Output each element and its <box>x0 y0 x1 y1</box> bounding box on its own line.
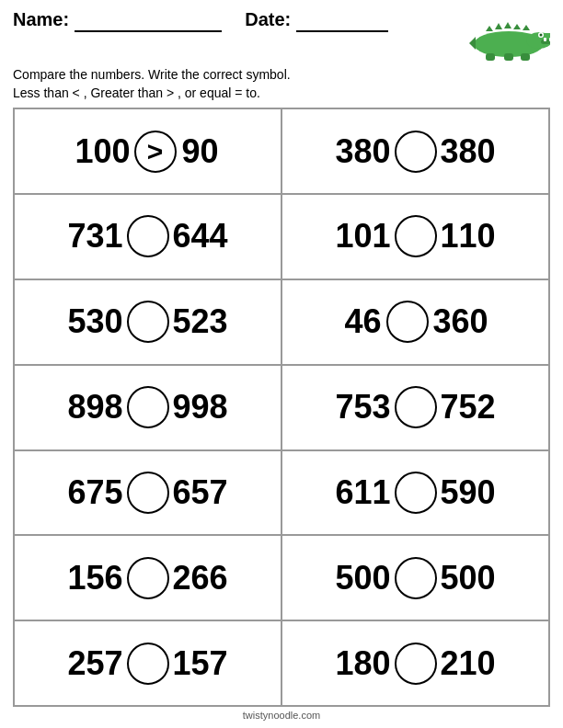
svg-point-8 <box>540 34 543 37</box>
svg-marker-9 <box>486 26 493 31</box>
alligator-icon <box>467 9 550 64</box>
symbol-circle[interactable] <box>395 472 437 514</box>
svg-rect-17 <box>504 53 513 61</box>
svg-marker-10 <box>495 23 502 29</box>
right-number: 523 <box>173 302 228 341</box>
date-label: Date: <box>245 9 291 29</box>
table-row: 46360 <box>282 280 550 366</box>
right-number: 500 <box>441 559 496 597</box>
table-row: 753752 <box>282 366 550 451</box>
symbol-circle[interactable] <box>395 557 437 599</box>
svg-marker-11 <box>504 22 511 28</box>
table-row: 898998 <box>15 366 282 451</box>
left-number: 898 <box>67 388 122 427</box>
symbol-circle[interactable] <box>395 215 437 257</box>
table-row: 101110 <box>282 195 550 280</box>
right-number: 380 <box>441 132 496 171</box>
left-number: 675 <box>67 473 122 512</box>
left-number: 101 <box>335 217 390 256</box>
header-row: Name: Date: <box>13 9 550 64</box>
right-number: 752 <box>441 388 496 427</box>
footer: twistynoodle.com <box>13 707 550 722</box>
instructions: Compare the numbers. Write the correct s… <box>13 66 550 102</box>
left-number: 611 <box>335 473 390 512</box>
footer-text: twistynoodle.com <box>243 710 320 721</box>
symbol-circle[interactable] <box>386 301 429 343</box>
svg-marker-15 <box>469 37 476 50</box>
symbol-circle[interactable] <box>127 215 169 257</box>
svg-rect-18 <box>521 53 530 61</box>
right-number: 266 <box>173 559 228 597</box>
symbol-circle[interactable] <box>127 643 169 685</box>
symbol-circle[interactable] <box>395 131 437 173</box>
symbol-circle[interactable] <box>127 301 169 343</box>
left-number: 731 <box>67 217 122 256</box>
right-number: 157 <box>173 644 228 683</box>
svg-rect-4 <box>544 38 546 41</box>
right-number: 210 <box>441 644 496 683</box>
name-date-area: Name: Date: <box>13 9 467 32</box>
left-number: 500 <box>335 559 390 597</box>
table-row: 611590 <box>282 451 550 537</box>
symbol-circle[interactable] <box>127 386 169 428</box>
left-number: 530 <box>67 302 122 341</box>
left-number: 100 <box>75 132 130 171</box>
table-row: 180210 <box>282 621 550 707</box>
name-label: Name: <box>13 9 69 29</box>
svg-marker-12 <box>513 24 521 29</box>
svg-rect-5 <box>549 38 550 41</box>
left-number: 156 <box>67 559 122 597</box>
table-row: 731644 <box>15 195 282 280</box>
symbol-circle[interactable] <box>395 386 437 428</box>
symbol-circle[interactable]: > <box>134 131 177 173</box>
left-number: 257 <box>67 644 122 683</box>
page: Name: Date: <box>0 0 563 728</box>
right-number: 998 <box>173 388 228 427</box>
table-row: 100>90 <box>15 109 282 195</box>
name-underline <box>75 9 222 32</box>
table-row: 500500 <box>282 536 550 621</box>
symbol-circle[interactable] <box>127 557 169 599</box>
left-number: 380 <box>335 132 390 171</box>
date-underline <box>296 9 388 32</box>
left-number: 180 <box>335 644 390 683</box>
right-number: 360 <box>432 302 488 341</box>
symbol-circle[interactable] <box>395 643 437 685</box>
table-row: 380380 <box>282 109 550 195</box>
left-number: 46 <box>342 302 383 341</box>
table-row: 156266 <box>15 536 282 621</box>
instruction-line2: Less than < , Greater than > , or equal … <box>13 85 550 103</box>
table-row: 675657 <box>15 451 282 537</box>
comparison-grid: 100>903803807316441011105305234636089899… <box>13 108 550 707</box>
svg-marker-13 <box>523 25 530 30</box>
right-number: 644 <box>173 217 228 256</box>
right-number: 590 <box>441 473 496 512</box>
table-row: 257157 <box>15 621 282 707</box>
svg-rect-16 <box>486 53 495 61</box>
right-number: 657 <box>173 473 228 512</box>
table-row: 530523 <box>15 280 282 366</box>
right-number: 90 <box>180 132 221 171</box>
left-number: 753 <box>335 388 390 427</box>
right-number: 110 <box>441 217 496 256</box>
symbol-circle[interactable] <box>127 472 169 514</box>
instruction-line1: Compare the numbers. Write the correct s… <box>13 66 550 85</box>
